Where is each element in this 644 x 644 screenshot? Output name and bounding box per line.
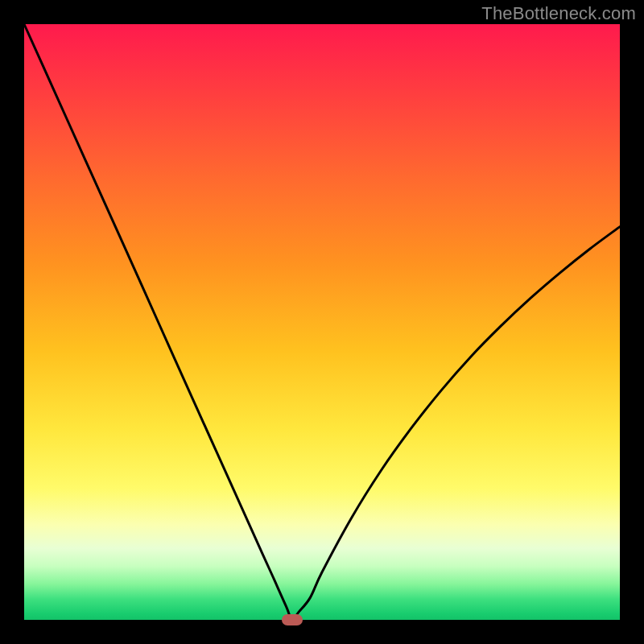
bottleneck-curve [24,24,620,620]
chart-frame: TheBottleneck.com [0,0,644,644]
min-marker [282,614,303,625]
plot-area [24,24,620,620]
watermark-text: TheBottleneck.com [481,3,636,24]
